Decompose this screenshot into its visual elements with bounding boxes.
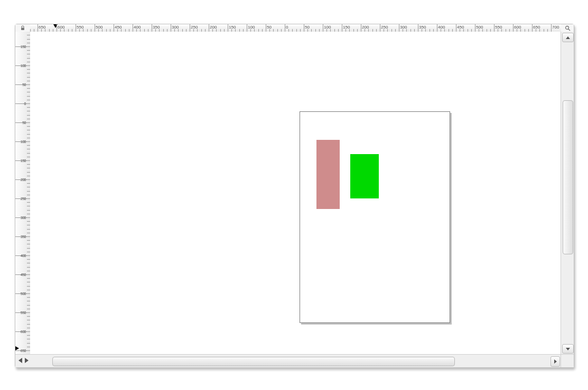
- vertical-ruler[interactable]: 2001501005005010015020025030035040045050…: [15, 32, 31, 355]
- h-ruler-label: 650: [39, 25, 45, 30]
- h-ruler-label: 250: [381, 25, 388, 30]
- v-ruler-label: 150: [15, 45, 27, 49]
- h-ruler-label: 300: [400, 25, 407, 30]
- h-ruler-label: 100: [324, 25, 331, 30]
- h-ruler-label: 300: [172, 25, 179, 30]
- h-ruler-label: 400: [134, 25, 141, 30]
- h-ruler-label: 500: [476, 25, 483, 30]
- svg-line-2: [568, 29, 570, 31]
- v-ruler-label: 300: [15, 216, 27, 220]
- horizontal-scroll-thumb[interactable]: [52, 357, 455, 366]
- lock-icon: [20, 25, 25, 31]
- canvas-viewport[interactable]: [30, 32, 561, 355]
- horizontal-ruler[interactable]: 6506005505004504003503002502001501005005…: [30, 24, 561, 32]
- h-ruler-label: 150: [229, 25, 236, 30]
- v-ruler-label: 0: [15, 102, 27, 106]
- rect-pink[interactable]: [316, 140, 340, 209]
- h-ruler-label: 0: [286, 25, 288, 30]
- chevron-up-icon: [566, 36, 570, 39]
- h-ruler-label: 100: [248, 25, 255, 30]
- h-ruler-label: 200: [210, 25, 217, 30]
- v-ruler-label: 500: [15, 292, 27, 296]
- svg-point-1: [565, 26, 568, 29]
- v-ruler-label: 550: [15, 311, 27, 315]
- editor-frame: 6506005505004504003503002502001501005005…: [15, 24, 574, 368]
- h-ruler-label: 400: [438, 25, 445, 30]
- h-ruler-label: 600: [58, 25, 64, 30]
- v-ruler-label: 50: [15, 121, 27, 125]
- v-ruler-label: 350: [15, 235, 27, 239]
- h-ruler-label: 600: [514, 25, 521, 30]
- v-ruler-label: 200: [15, 178, 27, 182]
- svg-rect-0: [21, 28, 24, 31]
- next-page-icon[interactable]: [25, 358, 29, 363]
- h-ruler-label: 450: [457, 25, 464, 30]
- v-ruler-label: 100: [15, 64, 27, 68]
- v-ruler-label: 150: [15, 159, 27, 163]
- rect-green[interactable]: [350, 154, 379, 198]
- v-ruler-label: 400: [15, 254, 27, 258]
- h-ruler-label: 200: [362, 25, 369, 30]
- scroll-right-button[interactable]: [550, 356, 560, 367]
- vertical-scroll-thumb[interactable]: [563, 100, 573, 254]
- chevron-right-icon: [554, 359, 557, 364]
- v-ruler-label: 600: [15, 330, 27, 334]
- zoom-icon: [565, 25, 571, 31]
- v-ruler-label: 250: [15, 197, 27, 201]
- h-ruler-label: 700: [552, 25, 559, 30]
- v-ruler-caret-icon: [15, 346, 19, 350]
- ruler-origin-corner[interactable]: [15, 24, 31, 32]
- scroll-up-button[interactable]: [562, 33, 574, 42]
- h-ruler-label: 500: [96, 25, 102, 30]
- h-ruler-label: 550: [495, 25, 502, 30]
- h-ruler-label: 550: [77, 25, 83, 30]
- h-ruler-label: 150: [343, 25, 350, 30]
- scroll-corner: [561, 354, 574, 367]
- v-ruler-label: 100: [15, 140, 27, 144]
- v-ruler-label: 50: [15, 83, 27, 87]
- h-ruler-label: 250: [191, 25, 198, 30]
- vertical-scrollbar[interactable]: [561, 32, 574, 355]
- chevron-down-icon: [566, 348, 570, 350]
- h-ruler-label: 450: [115, 25, 122, 30]
- zoom-corner[interactable]: [561, 24, 574, 32]
- scroll-down-button[interactable]: [562, 344, 574, 354]
- horizontal-scrollbar[interactable]: [15, 354, 561, 367]
- v-ruler-label: 450: [15, 273, 27, 277]
- h-ruler-label: 350: [153, 25, 160, 30]
- prev-page-icon[interactable]: [18, 358, 22, 363]
- h-ruler-label: 650: [533, 25, 540, 30]
- h-ruler-label: 350: [419, 25, 426, 30]
